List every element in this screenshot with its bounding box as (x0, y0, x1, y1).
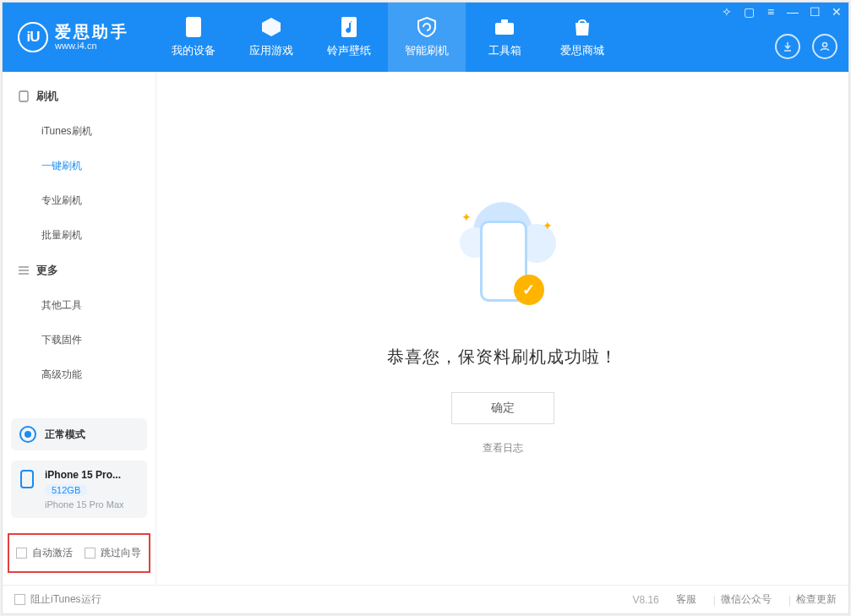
sidebar-group-label: 更多 (36, 263, 58, 278)
device-model: iPhone 15 Pro Max (45, 499, 124, 510)
nav-label: 我的设备 (172, 43, 215, 58)
more-icon (18, 264, 30, 276)
nav-label: 智能刷机 (405, 43, 449, 58)
sidebar-group-label: 刷机 (36, 89, 58, 104)
logo-area: iU 爱思助手 www.i4.cn (3, 3, 155, 72)
checkbox-icon (85, 548, 95, 559)
svg-rect-3 (501, 19, 508, 23)
briefcase-icon (494, 16, 516, 38)
device-card[interactable]: iPhone 15 Pro... 512GB iPhone 15 Pro Max (11, 461, 147, 518)
nav-toolbox[interactable]: 工具箱 (466, 3, 543, 72)
block-itunes-checkbox[interactable]: 阻止iTunes运行 (14, 592, 101, 607)
download-button[interactable] (775, 34, 800, 59)
pin-icon[interactable]: ▢ (741, 5, 756, 19)
check-update-link[interactable]: 检查更新 (796, 592, 837, 607)
view-log-link[interactable]: 查看日志 (483, 441, 523, 455)
nav-store[interactable]: 爱思商城 (543, 3, 621, 72)
nav-label: 工具箱 (488, 43, 521, 58)
device-storage: 512GB (45, 484, 87, 496)
svg-rect-0 (186, 17, 201, 37)
version-label: V8.16 (632, 594, 658, 606)
checkbox-label: 自动激活 (32, 546, 73, 560)
titlebar: iU 爱思助手 www.i4.cn 我的设备 应用游戏 铃声壁纸 智能刷机 (3, 3, 848, 72)
maximize-icon[interactable]: ☐ (807, 5, 822, 19)
sidebar-group-flash: 刷机 (3, 79, 155, 114)
mode-icon (19, 426, 36, 443)
sidebar-item-download-firmware[interactable]: 下载固件 (3, 323, 155, 357)
nav-label: 铃声壁纸 (327, 43, 371, 58)
app-title: 爱思助手 (55, 24, 129, 41)
checkmark-icon: ✓ (514, 275, 544, 305)
checkbox-icon (16, 548, 27, 559)
nav-smart-flash[interactable]: 智能刷机 (388, 3, 466, 72)
skip-wizard-checkbox[interactable]: 跳过向导 (85, 546, 141, 560)
logo-icon: iU (18, 22, 48, 52)
sidebar-item-pro-flash[interactable]: 专业刷机 (3, 183, 155, 218)
bag-icon (571, 16, 593, 38)
sidebar-group-more: 更多 (3, 253, 155, 288)
nav-my-device[interactable]: 我的设备 (155, 3, 232, 72)
checkbox-label: 阻止iTunes运行 (30, 592, 101, 607)
user-button[interactable] (812, 34, 837, 59)
nav-label: 应用游戏 (249, 43, 293, 58)
wechat-link[interactable]: 微信公众号 (721, 592, 772, 607)
phone-icon (19, 470, 38, 488)
app-subtitle: www.i4.cn (55, 41, 129, 51)
close-icon[interactable]: ✕ (829, 5, 844, 19)
nav-label: 爱思商城 (560, 43, 604, 58)
cube-icon (260, 16, 282, 38)
nav-ringtone-wallpaper[interactable]: 铃声壁纸 (310, 3, 388, 72)
minimize-icon[interactable]: — (785, 5, 800, 19)
mode-label: 正常模式 (45, 428, 85, 442)
music-icon (338, 16, 360, 38)
sidebar-item-itunes-flash[interactable]: iTunes刷机 (3, 114, 155, 149)
sidebar-item-batch-flash[interactable]: 批量刷机 (3, 218, 155, 253)
success-illustration: ✦✦ ✓ (448, 202, 558, 320)
mode-card[interactable]: 正常模式 (11, 418, 147, 450)
menu-icon[interactable]: ≡ (763, 5, 778, 19)
sidebar-item-other-tools[interactable]: 其他工具 (3, 288, 155, 323)
window-controls: ✧ ▢ ≡ — ☐ ✕ (719, 5, 844, 19)
phone-icon (183, 16, 205, 38)
shield-refresh-icon (416, 16, 438, 38)
success-title: 恭喜您，保资料刷机成功啦！ (387, 346, 618, 368)
ok-button[interactable]: 确定 (451, 392, 554, 424)
sidebar-item-oneclick-flash[interactable]: 一键刷机 (3, 149, 155, 183)
nav-apps-games[interactable]: 应用游戏 (232, 3, 310, 72)
checkbox-label: 跳过向导 (101, 546, 141, 560)
sidebar: 刷机 iTunes刷机 一键刷机 专业刷机 批量刷机 更多 其他工具 下载固件 … (3, 72, 156, 585)
checkbox-icon (14, 594, 25, 605)
theme-icon[interactable]: ✧ (719, 5, 734, 19)
footer: 阻止iTunes运行 V8.16 客服 | 微信公众号 | 检查更新 (3, 585, 848, 613)
svg-rect-5 (19, 91, 28, 101)
svg-rect-2 (495, 23, 514, 35)
device-icon (18, 90, 30, 102)
svg-rect-6 (21, 471, 33, 488)
options-highlight-box: 自动激活 跳过向导 (8, 533, 150, 573)
sidebar-item-advanced[interactable]: 高级功能 (3, 357, 155, 392)
content-area: ✦✦ ✓ 恭喜您，保资料刷机成功啦！ 确定 查看日志 (156, 72, 848, 585)
support-link[interactable]: 客服 (676, 592, 696, 607)
auto-activate-checkbox[interactable]: 自动激活 (16, 546, 73, 560)
svg-point-4 (823, 43, 827, 47)
device-name: iPhone 15 Pro... (45, 469, 124, 481)
